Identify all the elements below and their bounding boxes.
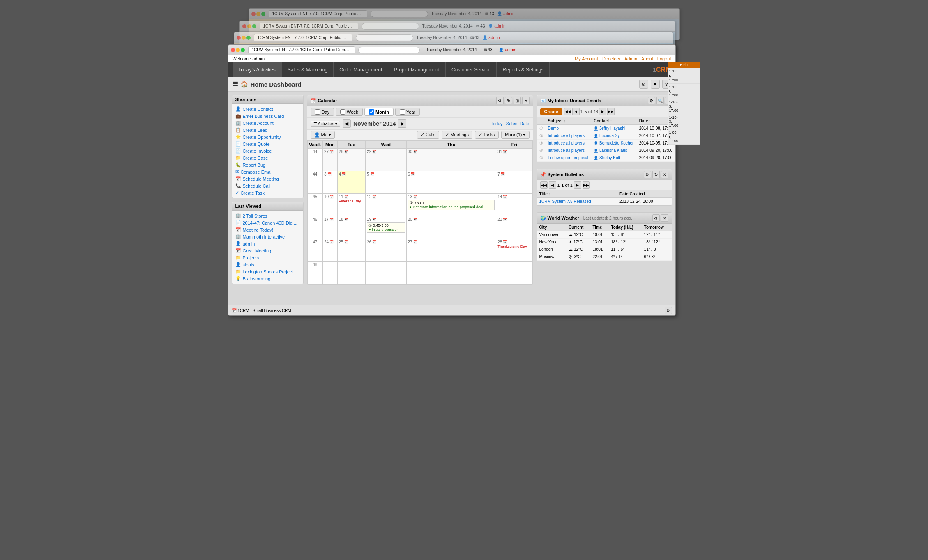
weather-settings-btn[interactable]: ⚙ bbox=[652, 214, 660, 222]
inbox-subject-link[interactable]: Introduce all players bbox=[548, 148, 585, 153]
inbox-contact-cell[interactable]: 👤 Bernadette Kocher bbox=[591, 140, 636, 147]
cal-more-filter[interactable]: More (1) ▾ bbox=[501, 131, 530, 139]
shortcut-create-account[interactable]: 🏢 Create Account bbox=[232, 119, 303, 126]
cal-cell[interactable]: 14 📅 bbox=[496, 194, 532, 216]
logout-link[interactable]: Logout bbox=[657, 56, 671, 61]
help-label[interactable]: Help bbox=[668, 62, 700, 68]
cal-tasks-filter[interactable]: ✓ Tasks bbox=[475, 131, 499, 139]
about-link[interactable]: About bbox=[641, 56, 653, 61]
shortcut-schedule-call[interactable]: 📞 Schedule Call bbox=[232, 182, 303, 189]
inbox-search-btn[interactable]: 🔍 bbox=[656, 97, 664, 104]
cal-cell[interactable]: 17 📅 bbox=[323, 216, 338, 239]
bulletins-prev-btn[interactable]: ◀ bbox=[549, 181, 556, 189]
inbox-contact-cell[interactable]: 👤 Lucinda Sy bbox=[591, 132, 636, 140]
cal-calls-filter[interactable]: ✓ Calls bbox=[417, 131, 440, 139]
cal-tab-month-check[interactable] bbox=[369, 109, 374, 115]
calendar-detach-btn[interactable]: ⊞ bbox=[514, 97, 521, 104]
nav-customer-service[interactable]: Customer Service bbox=[446, 62, 497, 77]
cal-cell[interactable]: 18 📅 bbox=[337, 216, 366, 239]
inbox-subject-cell[interactable]: Demo bbox=[546, 125, 592, 132]
last-viewed-item-5[interactable]: 📅 Great Meeting! bbox=[232, 247, 303, 254]
last-viewed-item-2[interactable]: 📅 Meeting Today! bbox=[232, 226, 303, 233]
inbox-subject-header[interactable]: Subject ↕ bbox=[546, 117, 592, 125]
shortcut-create-task[interactable]: ✓ Create Task bbox=[232, 189, 303, 196]
cal-cell[interactable]: 13 📅 ① 0:30-1 ● Get More information on … bbox=[406, 194, 496, 216]
last-viewed-item-1[interactable]: 📄 2014-47: Canon 40D Digi... bbox=[232, 219, 303, 226]
cal-cell[interactable]: 19 📅 ① 0:45-3:30 ● Initial discussion bbox=[366, 216, 406, 239]
browser-tab-main[interactable]: 1CRM System ENT-7.7.0: 1CRM Corp. Public… bbox=[248, 46, 355, 53]
bottom-settings-btn[interactable]: ⚙ bbox=[665, 307, 672, 314]
cal-next-btn[interactable]: ▶ bbox=[398, 119, 406, 128]
cal-today-link[interactable]: Today bbox=[490, 121, 502, 126]
admin-link[interactable]: Admin bbox=[624, 56, 637, 61]
shortcut-create-lead[interactable]: 📋 Create Lead bbox=[232, 126, 303, 133]
directory-link[interactable]: Directory bbox=[602, 56, 620, 61]
inbox-contact-cell[interactable]: 👤 Jeffry Hayashi bbox=[591, 125, 636, 132]
bulletins-last-btn[interactable]: ▶▶ bbox=[583, 181, 590, 189]
inbox-subject-link[interactable]: Introduce all players bbox=[548, 133, 585, 138]
last-viewed-item-6[interactable]: 📁 Projects bbox=[232, 254, 303, 261]
last-viewed-item-8[interactable]: 📁 Lexington Shores Project bbox=[232, 268, 303, 275]
inbox-subject-cell[interactable]: Introduce all players bbox=[546, 147, 592, 154]
cal-tab-year[interactable]: Year bbox=[395, 108, 420, 116]
cal-cell[interactable]: 28 📅 Thanksgiving Day bbox=[496, 239, 532, 262]
inbox-subject-link[interactable]: Demo bbox=[548, 126, 559, 131]
inbox-contact-cell[interactable]: 👤 Shelby Kott bbox=[591, 154, 636, 162]
cal-tab-week-check[interactable] bbox=[340, 109, 345, 115]
bulletins-first-btn[interactable]: ◀◀ bbox=[540, 181, 548, 189]
inbox-subject-link[interactable]: Introduce all players bbox=[548, 141, 585, 145]
cal-tab-day-check[interactable] bbox=[315, 109, 320, 115]
cal-cell[interactable]: 3 📅 bbox=[323, 171, 338, 194]
inbox-subject-cell[interactable]: Introduce all players bbox=[546, 140, 592, 147]
cal-cell[interactable]: 7 📅 bbox=[496, 171, 532, 194]
cal-cell[interactable] bbox=[366, 262, 406, 284]
cal-cell-today[interactable]: 4 📅 bbox=[337, 171, 366, 194]
cal-cell[interactable]: 20 📅 bbox=[406, 216, 496, 239]
shortcut-create-opportunity[interactable]: ⭐ Create Opportunity bbox=[232, 133, 303, 140]
nav-reports-settings[interactable]: Reports & Settings bbox=[497, 62, 550, 77]
cal-cell[interactable]: 21 📅 bbox=[496, 216, 532, 239]
dashboard-dropdown-btn[interactable]: ▼ bbox=[651, 80, 660, 89]
bulletin-title-cell[interactable]: 1CRM System 7.5 Released bbox=[537, 198, 617, 205]
last-viewed-item-7[interactable]: 👤 slouis bbox=[232, 261, 303, 268]
shortcut-enter-business-card[interactable]: 💼 Enter Business Card bbox=[232, 112, 303, 119]
inbox-contact-cell[interactable]: 👤 Lakeisha Klaus bbox=[591, 147, 636, 154]
cal-cell[interactable]: 27 📅 bbox=[406, 239, 496, 262]
cal-event-popup[interactable]: ① 0:30-1 ● Get More information on the p… bbox=[408, 200, 495, 210]
cal-cell[interactable] bbox=[496, 262, 532, 284]
last-viewed-item-9[interactable]: 💡 Brainstorming bbox=[232, 275, 303, 282]
inbox-contact-link[interactable]: Bernadette Kocher bbox=[599, 141, 633, 145]
dashboard-settings-btn[interactable]: ⚙ bbox=[639, 80, 648, 89]
nav-project-management[interactable]: Project Management bbox=[388, 62, 446, 77]
nav-order-management[interactable]: Order Management bbox=[334, 62, 388, 77]
calendar-close-btn[interactable]: ✕ bbox=[522, 97, 530, 104]
cal-cell[interactable]: 27 📅 bbox=[323, 149, 338, 171]
nav-sales-marketing[interactable]: Sales & Marketing bbox=[282, 62, 334, 77]
shortcut-create-contact[interactable]: 👤 Create Contact bbox=[232, 106, 303, 112]
bulletins-next-btn[interactable]: ▶ bbox=[574, 181, 581, 189]
browser-search-2[interactable] bbox=[356, 34, 413, 41]
inbox-settings-btn[interactable]: ⚙ bbox=[648, 97, 655, 104]
cal-tab-day[interactable]: Day bbox=[311, 108, 334, 116]
cal-cell[interactable]: 10 📅 bbox=[323, 194, 338, 216]
inbox-contact-link[interactable]: Lakeisha Klaus bbox=[599, 148, 627, 153]
shortcut-create-invoice[interactable]: 🧾 Create Invoice bbox=[232, 147, 303, 154]
inbox-subject-cell[interactable]: Follow-up on proposal bbox=[546, 154, 592, 162]
cal-cell[interactable]: 5 📅 bbox=[366, 171, 406, 194]
my-account-link[interactable]: My Account bbox=[575, 56, 598, 61]
cal-cell[interactable]: 6 📅 bbox=[406, 171, 496, 194]
browser-tab-2[interactable]: 1CRM System ENT-7.7.0: 1CRM Corp. Public… bbox=[254, 34, 352, 41]
inbox-subject-link[interactable]: Follow-up on proposal bbox=[548, 156, 588, 160]
last-viewed-item-4[interactable]: 👤 admin bbox=[232, 240, 303, 247]
bulletins-refresh-btn[interactable]: ↻ bbox=[652, 171, 660, 178]
cal-cell[interactable] bbox=[406, 262, 496, 284]
browser-search-3[interactable] bbox=[362, 23, 419, 30]
cal-cell[interactable]: 26 📅 bbox=[366, 239, 406, 262]
cal-cell[interactable] bbox=[337, 262, 366, 284]
bulletins-date-header[interactable]: Date Created ↕ bbox=[617, 190, 672, 198]
cal-cell[interactable]: 28 📅 bbox=[337, 149, 366, 171]
inbox-last-btn[interactable]: ▶▶ bbox=[607, 108, 615, 115]
cal-cell[interactable]: 31 📅 bbox=[496, 149, 532, 171]
shortcut-schedule-meeting[interactable]: 📅 Schedule Meeting bbox=[232, 175, 303, 182]
browser-tab-3[interactable]: 1CRM System ENT-7.7.0: 1CRM Corp. Public… bbox=[260, 23, 358, 30]
